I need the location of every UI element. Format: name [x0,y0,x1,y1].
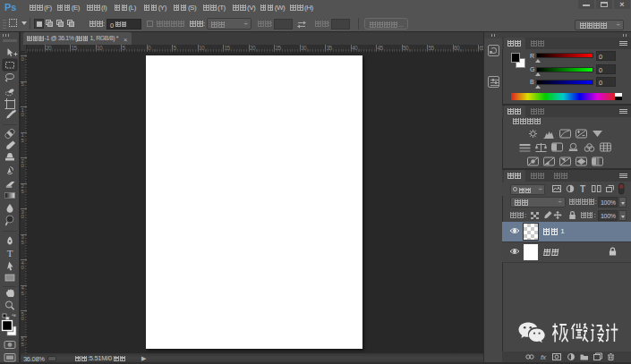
svg-text:T: T [7,248,13,258]
svg-text:fx: fx [541,353,547,361]
svg-text:T: T [580,184,585,194]
